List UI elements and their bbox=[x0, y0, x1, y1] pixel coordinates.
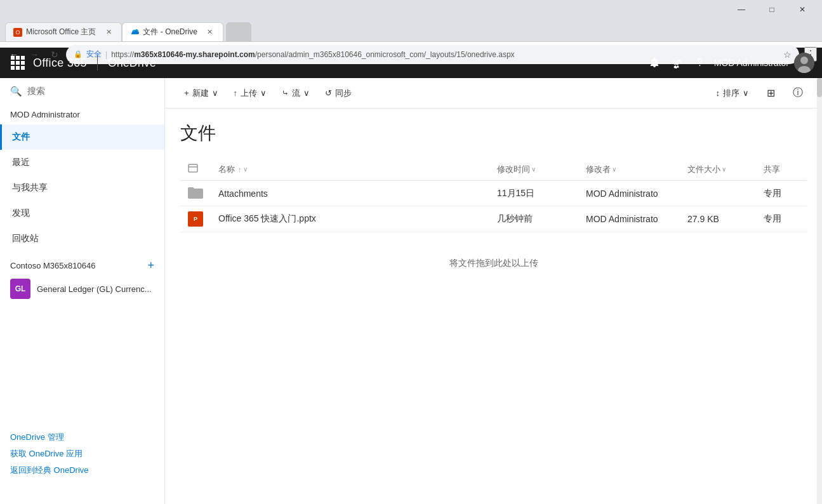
sort-label: 排序 bbox=[723, 88, 739, 99]
modified-chevron-icon: ∨ bbox=[531, 166, 536, 173]
secure-label: 安全 bbox=[86, 49, 102, 60]
sync-icon: ↺ bbox=[325, 88, 332, 98]
upload-button[interactable]: ↑ 上传 ∨ bbox=[227, 84, 274, 103]
row1-modifier: MOD Administrato bbox=[578, 181, 680, 206]
sidebar-item-files[interactable]: 文件 bbox=[0, 124, 164, 150]
col-header-size[interactable]: 文件大小 ∨ bbox=[680, 158, 756, 181]
browser-chrome: — □ ✕ O Microsoft Office 主页 ✕ 文件 - OneDr… bbox=[0, 0, 822, 48]
new-icon: + bbox=[184, 88, 189, 98]
sidebar-site-gl[interactable]: GL General Ledger (GL) Currenc... bbox=[0, 275, 164, 303]
toolbar-right: ↕ 排序 ∨ ⊞ ⓘ bbox=[710, 83, 810, 103]
search-icon: 🔍 bbox=[10, 86, 22, 97]
row1-icon-cell bbox=[180, 181, 211, 206]
col-header-name[interactable]: 名称 ↑ ∨ bbox=[211, 158, 489, 181]
sort-button[interactable]: ↕ 排序 ∨ bbox=[710, 84, 756, 103]
close-button[interactable]: ✕ bbox=[788, 0, 817, 19]
upload-chevron-icon: ∨ bbox=[260, 88, 267, 98]
vertical-scrollbar[interactable] bbox=[817, 78, 822, 504]
add-site-button[interactable]: + bbox=[147, 259, 154, 272]
section-label: Contoso M365x810646 bbox=[10, 261, 95, 270]
avatar bbox=[794, 53, 814, 73]
onedrive-manage-link[interactable]: OneDrive 管理 bbox=[10, 432, 154, 443]
get-app-link[interactable]: 获取 OneDrive 应用 bbox=[10, 448, 154, 460]
tab-label: Microsoft Office 主页 bbox=[26, 27, 96, 37]
scroll-thumb[interactable] bbox=[817, 78, 822, 97]
toolbar: + 新建 ∨ ↑ 上传 ∨ ⤷ 流 ∨ ↺ 同步 ↕ 排 bbox=[165, 78, 822, 109]
office-brand-label: Office 365 bbox=[33, 56, 87, 70]
maximize-button[interactable]: □ bbox=[757, 0, 786, 19]
upload-label: 上传 bbox=[241, 88, 257, 99]
row1-name[interactable]: Attachments bbox=[211, 181, 489, 206]
shared-label: 与我共享 bbox=[12, 182, 48, 194]
file-table-body: Attachments 11月15日 MOD Administrato 专用 P bbox=[180, 181, 807, 232]
sort-icon: ↕ bbox=[716, 88, 720, 98]
table-row[interactable]: P Office 365 快速入门.pptx 几秒钟前 MOD Administ… bbox=[180, 206, 807, 232]
info-button[interactable]: ⓘ bbox=[786, 83, 809, 103]
row2-size: 27.9 KB bbox=[680, 206, 756, 232]
tab-label-od: 文件 - OneDrive bbox=[143, 27, 197, 37]
pptx-file-icon: P bbox=[188, 211, 203, 227]
view-toggle-button[interactable]: ⊞ bbox=[760, 83, 781, 103]
new-chevron-icon: ∨ bbox=[212, 88, 218, 98]
waffle-grid-icon bbox=[11, 56, 25, 70]
modifier-chevron-icon: ∨ bbox=[612, 166, 616, 173]
search-placeholder-text: 搜索 bbox=[27, 86, 45, 97]
sync-button[interactable]: ↺ 同步 bbox=[319, 84, 358, 103]
page-title: 文件 bbox=[180, 121, 807, 145]
main-layout: 🔍 搜索 MOD Administrator 文件 最近 与我共享 发现 回收站… bbox=[0, 78, 822, 504]
tab-close-2[interactable]: ✕ bbox=[205, 27, 215, 37]
file-area: 文件 名称 ↑ ∨ bbox=[165, 109, 822, 504]
new-tab-button[interactable] bbox=[226, 22, 251, 41]
table-row[interactable]: Attachments 11月15日 MOD Administrato 专用 bbox=[180, 181, 807, 206]
site-name-gl: General Ledger (GL) Currenc... bbox=[37, 284, 152, 294]
recent-label: 最近 bbox=[12, 157, 30, 168]
service-name-label: OneDrive bbox=[108, 56, 156, 70]
user-menu-button[interactable]: MOD Administrator bbox=[714, 53, 814, 73]
user-name-label: MOD Administrator bbox=[714, 58, 789, 68]
sidebar: 🔍 搜索 MOD Administrator 文件 最近 与我共享 发现 回收站… bbox=[0, 78, 165, 504]
tab-od-icon bbox=[130, 28, 139, 37]
col-header-icon[interactable] bbox=[180, 158, 211, 181]
size-chevron-icon: ∨ bbox=[722, 166, 726, 173]
svg-rect-3 bbox=[189, 164, 197, 172]
flow-icon: ⤷ bbox=[282, 88, 289, 98]
sidebar-item-discover[interactable]: 发现 bbox=[0, 201, 164, 226]
classic-onedrive-link[interactable]: 返回到经典 OneDrive bbox=[10, 465, 154, 476]
row2-share: 专用 bbox=[756, 206, 807, 232]
svg-point-1 bbox=[800, 56, 808, 64]
new-button[interactable]: + 新建 ∨ bbox=[178, 84, 225, 103]
new-label: 新建 bbox=[192, 88, 209, 99]
waffle-menu-button[interactable] bbox=[8, 53, 28, 73]
files-label: 文件 bbox=[12, 131, 30, 143]
col-header-share[interactable]: 共享 bbox=[756, 158, 807, 181]
tab-ms-icon: O bbox=[13, 28, 22, 37]
flow-button[interactable]: ⤷ 流 ∨ bbox=[275, 84, 316, 103]
sidebar-user-name: MOD Administrator bbox=[0, 105, 164, 124]
col-header-modifier[interactable]: 修改者 ∨ bbox=[578, 158, 680, 181]
row1-size bbox=[680, 181, 756, 206]
tabs-bar: O Microsoft Office 主页 ✕ 文件 - OneDrive ✕ bbox=[0, 19, 822, 41]
tab-close-1[interactable]: ✕ bbox=[103, 27, 114, 37]
help-button[interactable]: ? bbox=[689, 51, 712, 74]
row1-share: 专用 bbox=[756, 181, 807, 206]
settings-button[interactable] bbox=[666, 51, 689, 74]
sidebar-item-recycle[interactable]: 回收站 bbox=[0, 226, 164, 251]
row2-modified: 几秒钟前 bbox=[489, 206, 578, 232]
sidebar-item-recent[interactable]: 最近 bbox=[0, 150, 164, 175]
flow-label: 流 bbox=[292, 88, 300, 99]
discover-label: 发现 bbox=[12, 208, 30, 219]
sync-label: 同步 bbox=[335, 88, 352, 99]
minimize-button[interactable]: — bbox=[727, 0, 756, 19]
tab-microsoft-office[interactable]: O Microsoft Office 主页 ✕ bbox=[5, 22, 122, 41]
tab-onedrive[interactable]: 文件 - OneDrive ✕ bbox=[122, 22, 223, 41]
header-divider bbox=[97, 55, 98, 70]
sidebar-item-shared[interactable]: 与我共享 bbox=[0, 175, 164, 201]
col-header-modified[interactable]: 修改时间 ∨ bbox=[489, 158, 578, 181]
recycle-label: 回收站 bbox=[12, 233, 39, 244]
row2-icon-cell: P bbox=[180, 206, 211, 232]
search-box[interactable]: 🔍 搜索 bbox=[0, 78, 164, 105]
row2-name[interactable]: Office 365 快速入门.pptx bbox=[211, 206, 489, 232]
notification-button[interactable] bbox=[643, 51, 666, 74]
row2-modifier: MOD Administrato bbox=[578, 206, 680, 232]
title-bar-controls: — □ ✕ bbox=[727, 0, 817, 19]
